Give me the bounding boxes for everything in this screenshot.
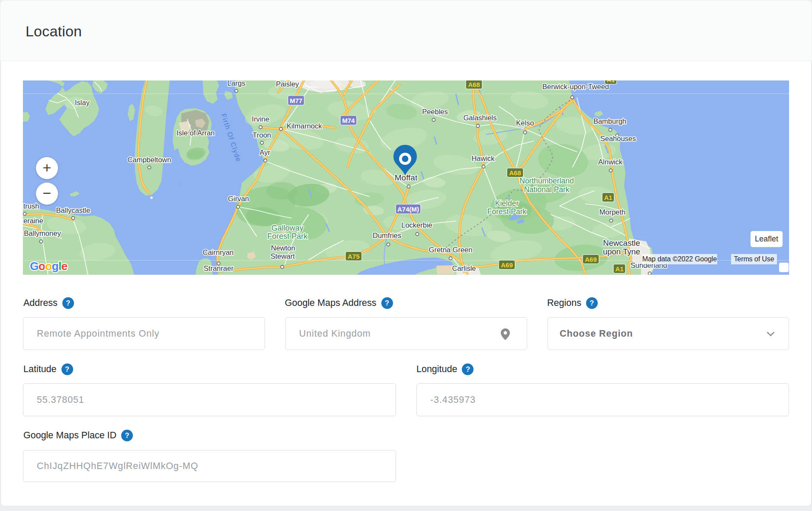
svg-text:Bamburgh: Bamburgh [593,117,626,125]
svg-text:Galloway: Galloway [271,224,303,232]
svg-text:A74(M): A74(M) [397,206,419,213]
svg-text:Seahouses: Seahouses [600,135,636,142]
svg-text:Northumberland: Northumberland [519,177,574,185]
svg-text:Stewart: Stewart [271,252,295,260]
svg-text:trush: trush [23,202,39,210]
svg-text:Carlisle: Carlisle [452,264,476,272]
svg-text:Kelso: Kelso [516,119,534,127]
svg-text:Irvine: Irvine [252,115,269,123]
svg-text:Paisley: Paisley [276,80,299,88]
svg-text:Dumfries: Dumfries [373,231,401,239]
svg-text:Google: Google [30,260,68,273]
svg-text:M77: M77 [290,97,302,104]
svg-text:Alnwick: Alnwick [598,158,623,166]
svg-text:A1: A1 [606,80,615,84]
svg-text:National Park: National Park [524,185,569,194]
svg-text:Lockerbie: Lockerbie [401,221,432,229]
svg-text:Isle of Arran: Isle of Arran [177,129,215,137]
svg-text:Moffat: Moffat [395,173,418,182]
svg-text:Berwick-upon-Tweed: Berwick-upon-Tweed [542,83,609,90]
svg-text:Campbeltown: Campbeltown [128,156,171,164]
svg-text:Newcastle: Newcastle [603,238,640,247]
svg-text:Cairnryan: Cairnryan [203,248,234,256]
svg-text:eraine: eraine [23,217,43,225]
svg-text:Morpeth: Morpeth [599,208,626,216]
svg-text:Peebles: Peebles [422,108,448,116]
svg-text:Gretna Green: Gretna Green [429,246,473,254]
svg-text:Largs: Largs [227,80,245,87]
svg-text:Troon: Troon [253,131,271,139]
svg-text:Ballycastle: Ballycastle [56,206,90,214]
svg-text:A75: A75 [348,253,360,260]
svg-text:A1: A1 [604,194,612,201]
svg-text:A68: A68 [509,169,521,177]
svg-text:Kielder: Kielder [495,199,519,208]
svg-text:M74: M74 [342,117,355,124]
svg-text:Forest Park: Forest Park [267,232,308,241]
svg-text:Galashiels: Galashiels [463,114,496,122]
svg-text:Ayr: Ayr [260,148,271,156]
svg-text:A69: A69 [501,261,513,269]
svg-text:Ballymoney: Ballymoney [24,229,61,237]
svg-text:Stranraer: Stranraer [204,264,234,272]
svg-text:A68: A68 [468,81,480,88]
svg-text:Kilmarnock: Kilmarnock [287,122,322,130]
svg-text:A1: A1 [615,265,623,273]
svg-text:upon Tyne: upon Tyne [603,247,640,256]
svg-text:Newton: Newton [271,244,295,252]
svg-text:A69: A69 [585,256,597,263]
svg-text:Forest Park: Forest Park [487,207,527,216]
svg-text:Hawick: Hawick [471,154,495,162]
svg-text:Islay: Islay [75,99,90,106]
svg-text:Girvan: Girvan [228,195,249,202]
